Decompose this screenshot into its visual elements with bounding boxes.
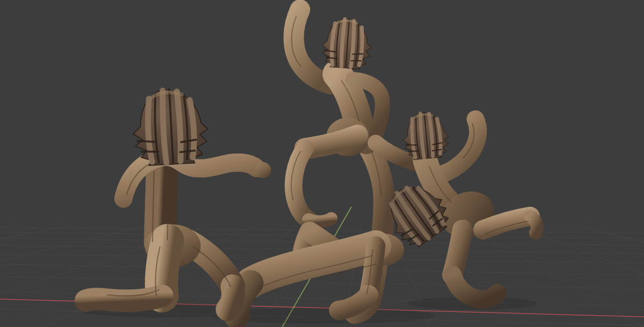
viewport-3d[interactable] — [0, 0, 644, 327]
foot — [309, 219, 331, 222]
viewport-background — [0, 0, 644, 327]
hand — [255, 162, 271, 178]
back-knee — [228, 286, 233, 309]
viewport-canvas[interactable] — [0, 0, 644, 327]
front-shin-foot — [86, 296, 162, 301]
extended-foot — [530, 216, 537, 233]
